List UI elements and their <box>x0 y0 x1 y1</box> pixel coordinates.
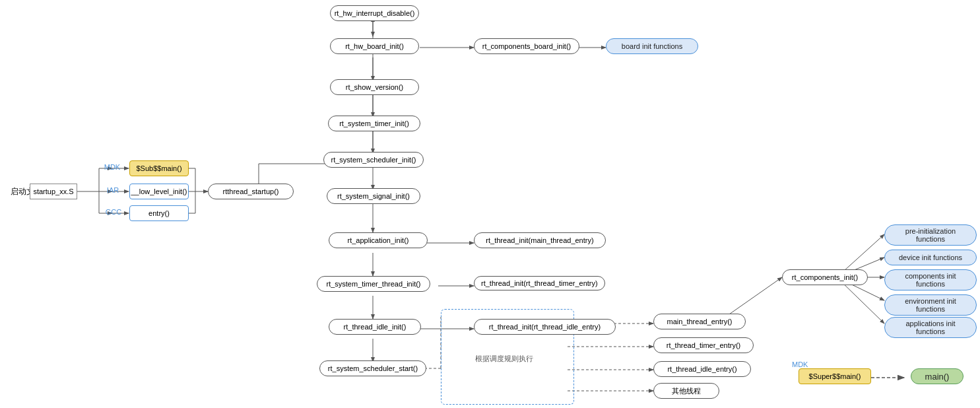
rt-thread-init-idle-text: rt_thread_init(rt_thread_idle_entry) <box>489 323 601 331</box>
rt-thread-idle-entry-text: rt_thread_idle_entry() <box>667 365 736 373</box>
rt-system-scheduler-init-node: rt_system_scheduler_init() <box>323 152 424 168</box>
startup-xx-text: startup_xx.S <box>33 187 73 195</box>
rt-system-timer-thread-init-text: rt_system_timer_thread_init() <box>326 280 420 288</box>
rt-components-init-text: rt_components_init() <box>792 273 858 281</box>
rt-components-init-node: rt_components_init() <box>782 269 868 285</box>
rt-thread-init-timer-node: rt_thread_init(rt_thread_timer_entry) <box>474 276 605 290</box>
low-level-init-node: __low_level_init() <box>129 184 189 199</box>
device-init-node: device init functions <box>884 250 977 265</box>
schedule-label-text: 根据调度规则执行 <box>475 355 533 362</box>
sub-main-node: $Sub$$main() <box>129 160 189 176</box>
rtthread-startup-node: rtthread_startup() <box>208 184 294 199</box>
rt-system-scheduler-start-text: rt_system_scheduler_start() <box>328 364 418 372</box>
rt-thread-idle-init-node: rt_thread_idle_init() <box>329 319 421 335</box>
main-func-text: main() <box>925 372 950 382</box>
super-main-text: $Super$$main() <box>809 372 861 380</box>
rt-thread-init-timer-text: rt_thread_init(rt_thread_timer_entry) <box>481 279 598 287</box>
main-thread-entry-text: main_thread_entry() <box>667 318 732 325</box>
pre-init-node: pre-initialization functions <box>884 224 977 246</box>
rt-application-init-node: rt_application_init() <box>329 232 428 248</box>
rt-hw-interrupt-disable-text: rt_hw_interrupt_disable() <box>335 9 415 17</box>
mdk-label-text: MDK <box>104 163 120 171</box>
gcc-label-text: GCC <box>106 208 121 216</box>
board-init-functions-node: board init functions <box>606 38 698 54</box>
rt-system-timer-thread-init-node: rt_system_timer_thread_init() <box>317 276 430 292</box>
rt-system-timer-init-text: rt_system_timer_init() <box>339 119 409 127</box>
rt-hw-board-init-text: rt_hw_board_init() <box>345 42 404 50</box>
rt-thread-timer-entry-node: rt_thread_timer_entry() <box>653 337 754 353</box>
pre-init-text: pre-initialization functions <box>905 227 956 243</box>
super-main-node: $Super$$main() <box>799 368 871 384</box>
schedule-label: 根据调度规则执行 <box>475 354 533 364</box>
startup-xx-node: startup_xx.S <box>30 184 77 199</box>
rt-system-signal-init-text: rt_system_signal_init() <box>337 192 410 200</box>
rt-show-version-node: rt_show_version() <box>330 79 419 95</box>
rt-thread-init-main-node: rt_thread_init(main_thread_entry) <box>474 232 606 248</box>
rt-hw-interrupt-disable-node: rt_hw_interrupt_disable() <box>330 5 419 21</box>
applications-init-text: applications init functions <box>905 320 955 335</box>
rt-system-scheduler-init-text: rt_system_scheduler_init() <box>331 156 416 164</box>
rt-components-board-init-node: rt_components_board_init() <box>474 38 579 54</box>
other-threads-node: 其他线程 <box>653 383 719 399</box>
mdk-label-node: MDK <box>102 162 122 172</box>
rt-system-signal-init-node: rt_system_signal_init() <box>327 188 420 204</box>
rtthread-startup-text: rtthread_startup() <box>223 187 279 195</box>
environment-init-node: environment init functions <box>884 294 977 316</box>
other-threads-text: 其他线程 <box>672 386 701 396</box>
components-init-node: components init functions <box>884 269 977 290</box>
rt-system-scheduler-start-node: rt_system_scheduler_start() <box>319 360 426 376</box>
sub-main-text: $Sub$$main() <box>136 164 181 172</box>
entry-text: entry() <box>148 209 170 217</box>
mdk-label2-node: MDK <box>792 360 808 368</box>
rt-components-board-init-text: rt_components_board_init() <box>482 42 572 50</box>
rt-thread-idle-init-text: rt_thread_idle_init() <box>344 323 407 331</box>
mdk-label2-text: MDK <box>792 360 808 368</box>
board-init-functions-text: board init functions <box>622 42 682 50</box>
iar-label-text: IAR <box>107 186 119 194</box>
entry-node: entry() <box>129 205 189 221</box>
environment-init-text: environment init functions <box>905 297 956 313</box>
rt-application-init-text: rt_application_init() <box>348 236 409 244</box>
device-init-text: device init functions <box>899 254 962 261</box>
diagram: 启动文件 startup_xx.S MDK IAR GCC $Sub$$main… <box>0 0 980 408</box>
applications-init-node: applications init functions <box>884 317 977 338</box>
iar-label-node: IAR <box>104 185 122 195</box>
main-thread-entry-node: main_thread_entry() <box>653 314 746 329</box>
components-init-text: components init functions <box>905 272 956 288</box>
rt-thread-init-idle-node: rt_thread_init(rt_thread_idle_entry) <box>474 319 616 335</box>
rt-system-timer-init-node: rt_system_timer_init() <box>328 116 420 131</box>
rt-show-version-text: rt_show_version() <box>346 83 403 91</box>
rt-thread-idle-entry-node: rt_thread_idle_entry() <box>653 361 751 377</box>
gcc-label-node: GCC <box>104 207 123 217</box>
main-func-node: main() <box>911 368 964 384</box>
rt-thread-timer-entry-text: rt_thread_timer_entry() <box>667 341 741 349</box>
rt-thread-init-main-text: rt_thread_init(main_thread_entry) <box>486 236 593 244</box>
rt-hw-board-init-node: rt_hw_board_init() <box>330 38 419 54</box>
low-level-init-text: __low_level_init() <box>131 187 187 195</box>
